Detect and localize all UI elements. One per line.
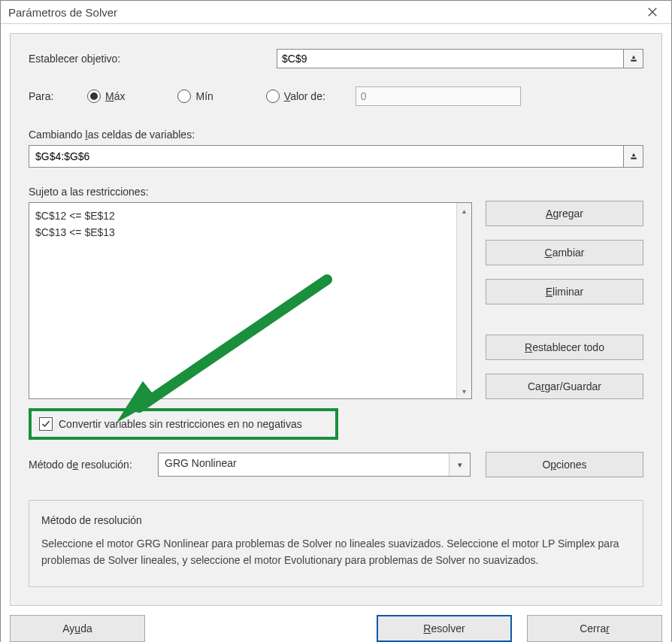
- method-label: Método de resolución:: [29, 459, 149, 471]
- range-picker-icon[interactable]: [623, 146, 643, 167]
- range-picker-icon[interactable]: [623, 50, 643, 68]
- radio-max[interactable]: Máx: [87, 89, 125, 103]
- objective-input[interactable]: [277, 50, 623, 68]
- delete-button[interactable]: Eliminar: [486, 279, 643, 304]
- chevron-down-icon[interactable]: ▾: [449, 453, 470, 476]
- nonneg-checkbox[interactable]: [39, 417, 53, 431]
- reset-all-button[interactable]: Restablecer todo: [486, 335, 643, 360]
- titlebar: Parámetros de Solver: [1, 1, 671, 24]
- scroll-down-icon[interactable]: ▾: [457, 383, 471, 398]
- radio-value-of[interactable]: Valor de:: [266, 89, 325, 103]
- radio-min[interactable]: Mín: [177, 89, 213, 103]
- scrollbar[interactable]: ▴ ▾: [456, 203, 471, 398]
- close-icon[interactable]: [641, 1, 664, 23]
- radio-max-label: Máx: [105, 90, 125, 102]
- objective-row: Establecer objetivo:: [29, 49, 643, 68]
- method-description-box: Método de resolución Seleccione el motor…: [29, 500, 643, 587]
- constraints-area: Sujeto a las restricciones: $C$12 <= $E$…: [29, 184, 643, 399]
- dialog-title: Parámetros de Solver: [8, 6, 641, 19]
- nonneg-highlight: Convertir variables sin restricciones en…: [29, 408, 338, 440]
- solver-dialog: Parámetros de Solver Establecer objetivo…: [0, 0, 672, 642]
- para-label: Para:: [29, 90, 87, 102]
- solve-button[interactable]: Resolver: [377, 615, 512, 642]
- method-desc-heading: Método de resolución: [41, 514, 631, 526]
- objective-label: Establecer objetivo:: [29, 53, 277, 65]
- constraint-item[interactable]: $C$12 <= $E$12: [35, 207, 450, 224]
- variables-input-wrap: [29, 145, 643, 168]
- radio-valor-label: Valor de:: [284, 90, 325, 102]
- svg-marker-5: [631, 153, 635, 157]
- change-button[interactable]: Cambiar: [486, 240, 643, 265]
- method-desc-body: Seleccione el motor GRG Nonlinear para p…: [41, 535, 631, 568]
- constraints-left: Sujeto a las restricciones: $C$12 <= $E$…: [29, 184, 472, 399]
- method-select[interactable]: GRG Nonlinear ▾: [158, 453, 471, 477]
- method-row: Método de resolución: GRG Nonlinear ▾ Op…: [29, 452, 643, 477]
- add-button[interactable]: Agregar: [486, 201, 643, 226]
- scroll-up-icon[interactable]: ▴: [457, 203, 471, 218]
- constraint-item[interactable]: $C$13 <= $E$13: [35, 224, 450, 241]
- nonneg-label: Convertir variables sin restricciones en…: [59, 418, 302, 430]
- constraints-label: Sujeto a las restricciones:: [29, 186, 472, 198]
- value-of-input: [356, 86, 521, 106]
- constraints-list[interactable]: $C$12 <= $E$12 $C$13 <= $E$13: [29, 203, 456, 398]
- variables-label: Cambiando las celdas de variables:: [29, 129, 643, 141]
- content: Establecer objetivo: Para: Máx: [1, 24, 671, 615]
- radio-icon: [266, 89, 280, 103]
- method-selected: GRG Nonlinear: [159, 453, 449, 476]
- radio-min-label: Mín: [195, 90, 213, 102]
- svg-rect-4: [631, 158, 637, 159]
- constraints-list-wrap: $C$12 <= $E$12 $C$13 <= $E$13 ▴ ▾: [29, 202, 472, 399]
- svg-marker-3: [631, 56, 635, 59]
- para-row: Para: Máx Mín Valor de:: [29, 86, 643, 106]
- side-buttons: Agregar Cambiar Eliminar Restablecer tod…: [486, 184, 643, 399]
- svg-rect-2: [631, 60, 637, 62]
- main-panel: Establecer objetivo: Para: Máx: [10, 33, 662, 606]
- objective-input-wrap: [277, 49, 643, 68]
- load-save-button[interactable]: Cargar/Guardar: [486, 374, 643, 399]
- para-radio-group: Máx Mín Valor de:: [87, 89, 356, 103]
- close-button[interactable]: Cerrar: [527, 615, 662, 642]
- radio-icon: [177, 89, 191, 103]
- variables-input[interactable]: [29, 146, 623, 167]
- footer: Ayuda Resolver Cerrar: [1, 615, 671, 642]
- options-button[interactable]: Opciones: [486, 452, 643, 477]
- radio-icon: [87, 89, 101, 103]
- help-button[interactable]: Ayuda: [10, 615, 145, 642]
